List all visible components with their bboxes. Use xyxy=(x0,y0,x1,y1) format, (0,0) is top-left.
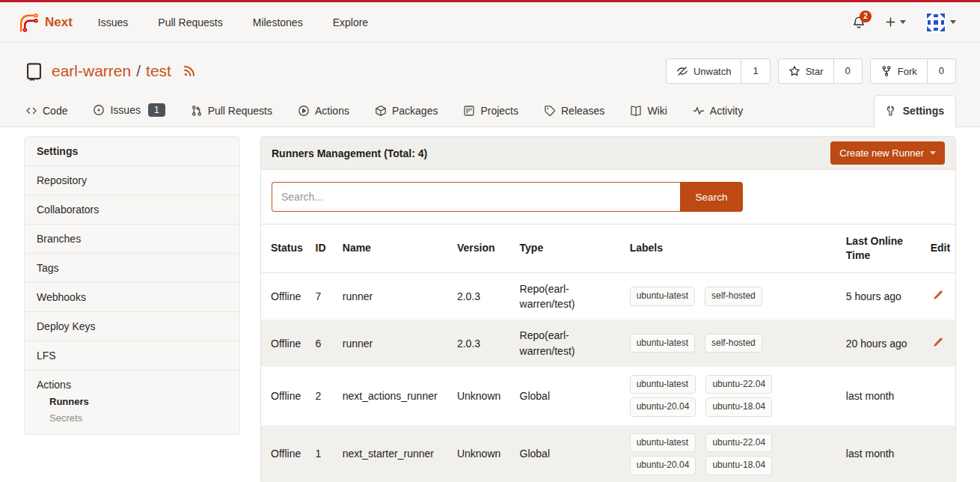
repo-breadcrumb: earl-warren / test xyxy=(52,62,196,80)
runner-version: 2.0.3 xyxy=(453,320,515,367)
tab-pull-requests[interactable]: Pull Requests xyxy=(189,96,274,126)
tab-code-label: Code xyxy=(43,105,67,117)
tab-actions[interactable]: Actions xyxy=(296,96,351,126)
runner-id: 1 xyxy=(311,425,338,482)
runner-labels: ubuntu-latest self-hosted xyxy=(630,287,837,305)
star-button-group: Star 0 xyxy=(778,58,863,84)
user-menu[interactable] xyxy=(925,12,956,33)
runner-labels: ubuntu-latest ubuntu-22.04 ubuntu-20.04 … xyxy=(630,375,837,417)
plus-icon xyxy=(885,16,896,28)
runners-table: Status ID Name Version Type Labels Last … xyxy=(261,225,955,482)
label-chip: ubuntu-22.04 xyxy=(705,433,772,452)
sidebar-item-webhooks[interactable]: Webhooks xyxy=(25,283,239,312)
tab-projects[interactable]: Projects xyxy=(462,96,520,126)
tab-wiki-label: Wiki xyxy=(647,105,667,117)
runner-status: Offline xyxy=(261,367,311,425)
repo-tabbar: Code Issues 1 Pull Requests Actions Pack… xyxy=(0,94,980,127)
runner-version: 2.0.3 xyxy=(453,272,515,320)
col-header-status: Status xyxy=(261,225,311,272)
label-chip: self-hosted xyxy=(705,334,762,353)
runner-id: 2 xyxy=(311,367,338,425)
edit-runner-button[interactable] xyxy=(931,335,945,350)
tab-wiki[interactable]: Wiki xyxy=(628,96,668,126)
runner-id: 7 xyxy=(311,272,338,320)
nav-explore[interactable]: Explore xyxy=(333,16,368,28)
panel-title: Runners Management (Total: 4) xyxy=(272,147,427,159)
repo-name-link[interactable]: test xyxy=(146,62,171,80)
table-row: Offline 6 runner 2.0.3 Repo(earl-warren/… xyxy=(261,320,955,367)
runner-type: Repo(earl-warren/test) xyxy=(515,320,625,367)
col-header-labels: Labels xyxy=(625,225,842,272)
sidebar-item-collaborators[interactable]: Collaborators xyxy=(25,195,239,225)
pencil-icon xyxy=(932,290,943,301)
runner-type: Global xyxy=(515,367,625,425)
sidebar-item-branches[interactable]: Branches xyxy=(25,225,239,254)
label-chip: ubuntu-latest xyxy=(630,287,695,305)
table-row: Offline 2 next_actions_runner Unknown Gl… xyxy=(261,367,955,425)
avatar xyxy=(925,12,946,33)
create-new-menu[interactable] xyxy=(885,16,906,28)
sidebar-item-lfs[interactable]: LFS xyxy=(25,341,239,370)
col-header-edit: Edit xyxy=(926,225,955,272)
book-icon xyxy=(630,105,642,117)
sidebar-item-tags[interactable]: Tags xyxy=(25,254,239,283)
runner-name: runner xyxy=(338,272,453,320)
tab-releases[interactable]: Releases xyxy=(542,96,606,126)
tab-projects-label: Projects xyxy=(480,105,518,117)
notification-count-badge: 2 xyxy=(860,10,872,22)
search-button[interactable]: Search xyxy=(680,182,743,212)
rss-feed-icon[interactable] xyxy=(183,64,196,78)
search-form: Search xyxy=(261,170,955,225)
nav-pull-requests[interactable]: Pull Requests xyxy=(158,16,222,28)
repo-owner-link[interactable]: earl-warren xyxy=(52,62,131,80)
tab-code[interactable]: Code xyxy=(24,96,69,126)
label-chip: ubuntu-20.04 xyxy=(630,397,696,416)
notifications-button[interactable]: 2 xyxy=(852,16,866,29)
home-logo[interactable]: Next xyxy=(18,12,73,33)
page-content: Settings Repository Collaborators Branch… xyxy=(0,127,980,482)
watch-button-group: Unwatch 1 xyxy=(666,58,771,84)
sidebar-item-repository[interactable]: Repository xyxy=(25,166,239,195)
nav-milestones[interactable]: Milestones xyxy=(253,16,303,28)
repository-icon xyxy=(24,61,44,82)
label-chip: ubuntu-18.04 xyxy=(705,397,772,416)
runner-version: Unknown xyxy=(453,425,515,482)
repo-actions: Unwatch 1 Star 0 xyxy=(666,58,956,84)
col-header-name: Name xyxy=(338,225,453,272)
chevron-down-icon xyxy=(950,20,956,24)
runner-type: Repo(earl-warren/test) xyxy=(515,272,625,320)
label-chip: ubuntu-18.04 xyxy=(705,456,772,475)
table-header-row: Status ID Name Version Type Labels Last … xyxy=(261,225,955,272)
edit-runner-button[interactable] xyxy=(931,288,945,302)
nav-issues[interactable]: Issues xyxy=(98,16,128,28)
label-chip: ubuntu-latest xyxy=(630,375,696,394)
tab-activity[interactable]: Activity xyxy=(691,96,744,126)
runner-status: Offline xyxy=(261,272,311,320)
tab-packages[interactable]: Packages xyxy=(373,96,439,126)
tab-packages-label: Packages xyxy=(392,105,438,117)
runner-name: runner xyxy=(338,320,453,367)
create-runner-button[interactable]: Create new Runner xyxy=(830,141,945,165)
runner-name: next_starter_runner xyxy=(338,425,453,482)
nav-links: Issues Pull Requests Milestones Explore xyxy=(98,16,368,28)
panel-header: Runners Management (Total: 4) Create new… xyxy=(261,137,955,170)
breadcrumb-separator: / xyxy=(136,62,141,80)
project-icon xyxy=(463,105,475,117)
tab-settings[interactable]: Settings xyxy=(874,95,956,127)
tab-issues-label: Issues xyxy=(110,104,140,116)
tab-issues[interactable]: Issues 1 xyxy=(91,94,166,126)
forks-count[interactable]: 0 xyxy=(927,59,955,83)
sidebar-item-secrets[interactable]: Secrets xyxy=(37,407,227,424)
tab-releases-label: Releases xyxy=(561,105,604,117)
label-chip: ubuntu-20.04 xyxy=(630,456,696,475)
runner-status: Offline xyxy=(261,425,311,482)
sidebar-item-runners[interactable]: Runners xyxy=(37,391,227,407)
search-input[interactable] xyxy=(272,182,680,212)
sidebar-item-deploy-keys[interactable]: Deploy Keys xyxy=(25,312,239,341)
unwatch-button[interactable]: Unwatch xyxy=(667,59,741,83)
stars-count[interactable]: 0 xyxy=(833,59,862,83)
fork-button[interactable]: Fork xyxy=(871,59,927,83)
watchers-count[interactable]: 1 xyxy=(741,59,769,83)
create-runner-label: Create new Runner xyxy=(839,147,924,159)
star-button[interactable]: Star xyxy=(779,59,833,83)
